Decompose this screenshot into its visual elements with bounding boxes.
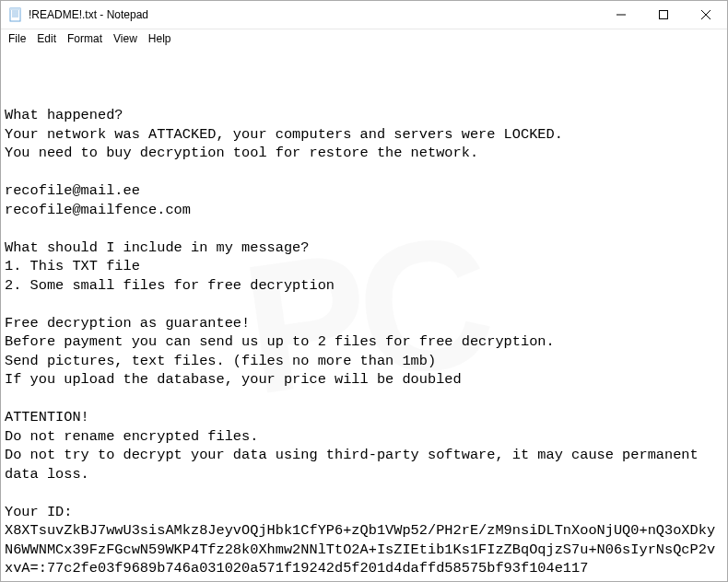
svg-rect-5 [10,8,20,10]
document-text: What happened? Your network was ATTACKED… [5,106,723,577]
notepad-window: !README!.txt - Notepad File Edit Format … [0,0,728,582]
menu-edit[interactable]: Edit [31,31,62,46]
menu-format[interactable]: Format [62,31,108,46]
minimize-button[interactable] [600,1,642,29]
maximize-button[interactable] [642,1,685,29]
menubar: File Edit Format View Help [1,29,727,48]
notepad-icon [8,7,23,22]
menu-view[interactable]: View [108,31,143,46]
svg-rect-7 [660,11,668,19]
window-controls [600,1,727,29]
menu-file[interactable]: File [3,31,31,46]
titlebar[interactable]: !README!.txt - Notepad [1,1,727,29]
menu-help[interactable]: Help [143,31,177,46]
window-title: !README!.txt - Notepad [29,8,600,21]
close-button[interactable] [685,1,727,29]
text-area[interactable]: PC What happened? Your network was ATTAC… [1,48,727,581]
